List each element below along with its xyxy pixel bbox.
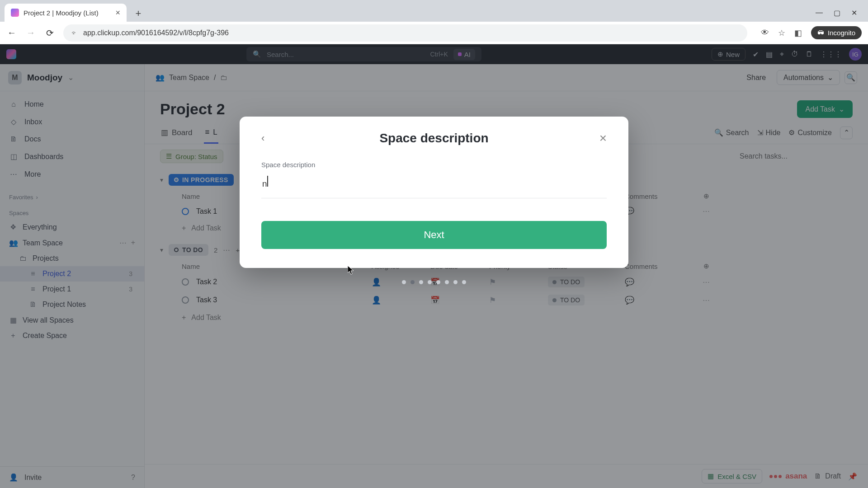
url-actions: 👁︎ ☆ ◧ 🕶 Incognito	[761, 26, 862, 39]
text-caret	[267, 176, 268, 187]
site-info-icon[interactable]: ᯤ	[71, 29, 78, 37]
step-dot	[419, 280, 423, 284]
back-button[interactable]: ←	[6, 28, 17, 38]
bookmark-icon[interactable]: ☆	[778, 28, 785, 38]
step-dot	[402, 280, 406, 284]
address-field[interactable]: ᯤ app.clickup.com/9016164592/v/l/8cpfg7g…	[63, 24, 747, 42]
step-dot	[410, 280, 415, 284]
tab-bar: Project 2 | Moodjoy (List) × + ― ▢ ✕	[0, 0, 868, 22]
modal-back-button[interactable]: ‹	[261, 132, 264, 144]
field-label: Space description	[261, 161, 607, 169]
space-description-input[interactable]: n	[261, 171, 607, 198]
forward-button[interactable]: →	[25, 28, 36, 38]
modal-header: ‹ Space description ×	[261, 131, 607, 145]
incognito-label: Incognito	[828, 29, 855, 37]
next-button[interactable]: Next	[261, 221, 607, 249]
panel-icon[interactable]: ◧	[794, 28, 802, 38]
window-controls: ― ▢ ✕	[809, 9, 863, 22]
browser-chrome: Project 2 | Moodjoy (List) × + ― ▢ ✕ ← →…	[0, 0, 868, 44]
incognito-badge[interactable]: 🕶 Incognito	[811, 26, 862, 39]
reload-button[interactable]: ⟳	[44, 28, 55, 38]
browser-tab[interactable]: Project 2 | Moodjoy (List) ×	[5, 4, 127, 22]
step-dot	[428, 280, 432, 284]
eye-off-icon[interactable]: 👁︎	[761, 28, 769, 38]
tab-title: Project 2 | Moodjoy (List)	[24, 9, 111, 17]
modal-close-button[interactable]: ×	[599, 131, 607, 145]
step-indicator	[402, 280, 466, 284]
step-dot	[436, 280, 440, 284]
step-dot	[445, 280, 449, 284]
space-description-modal: ‹ Space description × Space description …	[240, 117, 628, 268]
modal-title: Space description	[379, 131, 488, 145]
incognito-icon: 🕶	[817, 29, 824, 37]
step-dot	[462, 280, 466, 284]
maximize-icon[interactable]: ▢	[834, 9, 840, 17]
new-tab-button[interactable]: +	[130, 5, 146, 22]
close-tab-icon[interactable]: ×	[115, 8, 120, 18]
minimize-icon[interactable]: ―	[816, 9, 823, 17]
step-dot	[453, 280, 458, 284]
app-root: 🔍 Search... Ctrl+K AI ⊕New ✔︎ ▤ ⌖ ⏱ 🗒 ⋮⋮…	[0, 44, 868, 488]
close-window-icon[interactable]: ✕	[851, 9, 857, 17]
url-text: app.clickup.com/9016164592/v/l/8cpfg7g-3…	[83, 29, 229, 37]
url-bar: ← → ⟳ ᯤ app.clickup.com/9016164592/v/l/8…	[0, 22, 868, 44]
clickup-favicon	[11, 9, 19, 17]
